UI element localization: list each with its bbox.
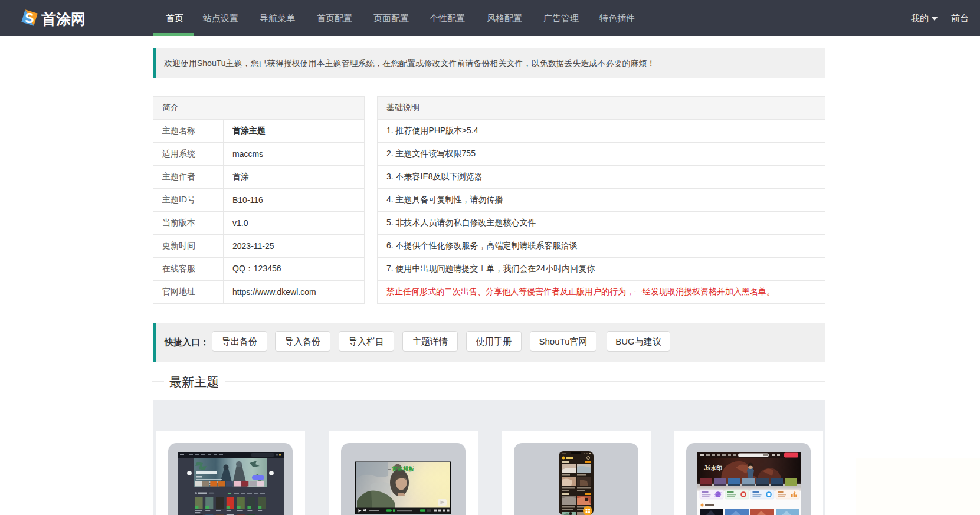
svg-text:Jś水印: Jś水印 — [704, 465, 722, 471]
svg-text:S: S — [25, 11, 34, 26]
svg-text:首涂模板: 首涂模板 — [392, 465, 415, 472]
